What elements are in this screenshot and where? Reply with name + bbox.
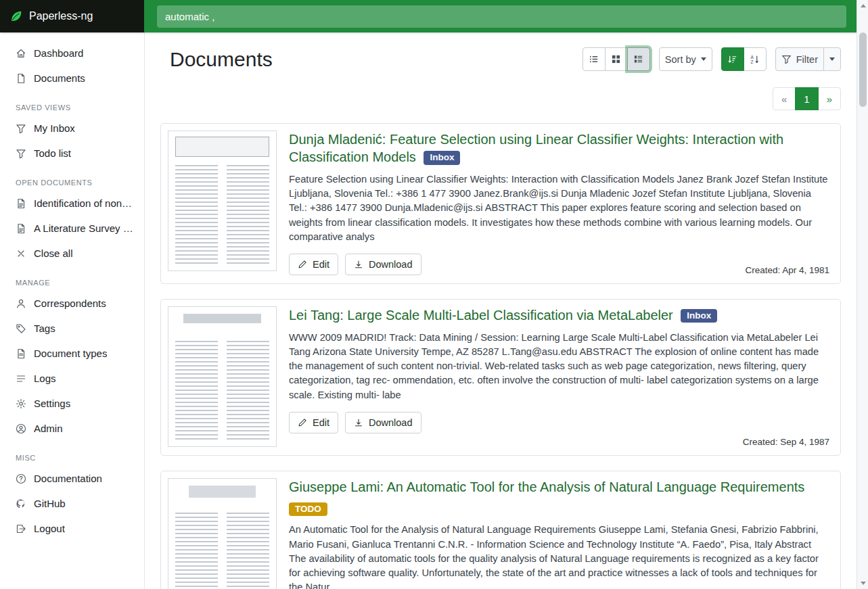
pagination-row: « 1 » xyxy=(160,87,841,110)
document-title-link[interactable]: Dunja Mladenić: Feature Selection using … xyxy=(289,132,783,164)
filter-dropdown-button[interactable] xyxy=(823,47,841,71)
document-title-link[interactable]: Giuseppe Lami: An Automatic Tool for the… xyxy=(289,479,804,494)
search-area xyxy=(144,0,856,32)
sidebar-item-document-types[interactable]: Document types xyxy=(0,341,144,366)
document-actions: Edit Download xyxy=(289,254,421,275)
document-thumbnail[interactable] xyxy=(168,306,277,447)
main-content: Documents Sort by xyxy=(145,32,856,589)
grid-view-button[interactable] xyxy=(605,47,628,71)
sidebar-open-document-2[interactable]: A Literature Survey on ... xyxy=(0,216,144,241)
document-thumbnail[interactable] xyxy=(168,478,277,589)
document-thumbnail[interactable] xyxy=(168,131,277,271)
pagination-previous-button[interactable]: « xyxy=(773,87,796,110)
sort-alphabetical-button[interactable]: AZ xyxy=(744,47,767,71)
detail-view-button[interactable] xyxy=(627,47,650,71)
leaf-logo-icon xyxy=(9,9,23,23)
edit-button[interactable]: Edit xyxy=(289,412,338,433)
sidebar-item-label: Documents xyxy=(34,72,85,84)
search-input[interactable] xyxy=(157,5,846,28)
file-text-icon xyxy=(16,223,26,234)
tag-badge[interactable]: TODO xyxy=(289,502,327,517)
thumbnail-text-column xyxy=(175,341,218,441)
page-title: Documents xyxy=(170,48,273,71)
document-title: Lei Tang: Large Scale Multi-Label Classi… xyxy=(289,306,717,324)
manage-heading: MANAGE xyxy=(16,279,135,287)
download-button-label: Download xyxy=(369,417,413,428)
github-icon xyxy=(16,498,26,509)
download-icon xyxy=(354,418,363,427)
grid-view-icon xyxy=(611,54,621,64)
sidebar-item-dashboard[interactable]: Dashboard xyxy=(0,41,144,66)
gear-icon xyxy=(16,398,26,409)
sort-by-button[interactable]: Sort by xyxy=(659,47,712,71)
document-card: Lei Tang: Large Scale Multi-Label Classi… xyxy=(160,299,841,456)
sort-amount-down-icon xyxy=(727,54,737,64)
download-button[interactable]: Download xyxy=(345,254,421,275)
sidebar-item-todo-list[interactable]: Todo list xyxy=(0,141,144,166)
edit-button[interactable]: Edit xyxy=(289,254,338,275)
sidebar-item-label: Documentation xyxy=(34,473,102,484)
scroll-down-button[interactable] xyxy=(857,578,868,589)
document-title-link[interactable]: Lei Tang: Large Scale Multi-Label Classi… xyxy=(289,308,673,323)
brand-link[interactable]: Paperless-ng xyxy=(0,0,144,32)
sidebar-item-label: Logout xyxy=(34,523,65,534)
sidebar-item-settings[interactable]: Settings xyxy=(0,391,144,416)
document-excerpt: An Automatic Tool for the Analysis of Na… xyxy=(289,523,831,589)
sidebar-open-document-1[interactable]: Identification of non-fu... xyxy=(0,191,144,216)
sidebar-item-label: Todo list xyxy=(34,147,71,159)
sidebar-item-my-inbox[interactable]: My Inbox xyxy=(0,116,144,141)
thumbnail-text-column xyxy=(227,165,269,265)
thumbnail-text-column xyxy=(227,513,269,589)
tag-icon xyxy=(16,323,26,334)
list-view-icon xyxy=(589,54,599,64)
thumbnail-title-block xyxy=(175,137,269,157)
close-icon xyxy=(16,248,26,259)
sidebar-item-label: Dashboard xyxy=(34,47,83,59)
scroll-down-icon xyxy=(861,582,866,585)
sidebar-item-label: Correspondents xyxy=(34,298,106,309)
pagination-page-1-button[interactable]: 1 xyxy=(795,87,818,110)
tag-badge[interactable]: Inbox xyxy=(424,151,460,165)
close-all-label: Close all xyxy=(34,248,73,259)
list-view-button[interactable] xyxy=(583,47,606,71)
pencil-icon xyxy=(298,418,307,427)
filter-split-button: Filter xyxy=(775,47,841,71)
logout-icon xyxy=(16,523,26,534)
sidebar-item-admin[interactable]: Admin xyxy=(0,416,144,441)
sidebar-item-logs[interactable]: Logs xyxy=(0,366,144,391)
toolbar: Sort by AZ Filter xyxy=(583,47,841,71)
thumbnail-title-block xyxy=(183,314,261,323)
question-circle-icon xyxy=(16,473,26,484)
scrollbar-thumb[interactable] xyxy=(859,32,867,107)
scroll-up-button[interactable] xyxy=(857,0,868,11)
download-button[interactable]: Download xyxy=(345,412,421,433)
view-toggle-group xyxy=(583,47,650,71)
list-lines-icon xyxy=(16,373,26,384)
sidebar-close-all[interactable]: Close all xyxy=(0,241,144,266)
svg-text:A: A xyxy=(751,55,754,60)
sidebar-item-label: Document types xyxy=(34,348,107,359)
filter-label: Filter xyxy=(796,54,818,65)
sidebar-item-logout[interactable]: Logout xyxy=(0,516,144,541)
scrollbar-track[interactable] xyxy=(856,0,868,589)
sort-descending-button[interactable] xyxy=(721,47,744,71)
brand-name: Paperless-ng xyxy=(29,10,93,22)
file-text-icon xyxy=(16,198,26,209)
filter-button[interactable]: Filter xyxy=(775,47,824,71)
sidebar-item-documentation[interactable]: Documentation xyxy=(0,466,144,491)
scroll-up-icon xyxy=(861,4,866,7)
pagination: « 1 » xyxy=(773,87,841,110)
document-title: Giuseppe Lami: An Automatic Tool for the… xyxy=(289,478,804,517)
top-navbar: Paperless-ng xyxy=(0,0,856,32)
tag-badge[interactable]: Inbox xyxy=(681,309,717,323)
sidebar-item-label: Logs xyxy=(34,373,56,384)
sidebar-item-correspondents[interactable]: Correspondents xyxy=(0,291,144,316)
pagination-next-button[interactable]: » xyxy=(818,87,841,110)
sidebar-item-tags[interactable]: Tags xyxy=(0,316,144,341)
house-icon xyxy=(16,48,26,59)
sidebar-item-label: GitHub xyxy=(34,498,66,509)
sidebar-item-documents[interactable]: Documents xyxy=(0,66,144,91)
file-icon xyxy=(16,73,26,84)
sidebar-item-github[interactable]: GitHub xyxy=(0,491,144,516)
download-icon xyxy=(354,260,363,269)
